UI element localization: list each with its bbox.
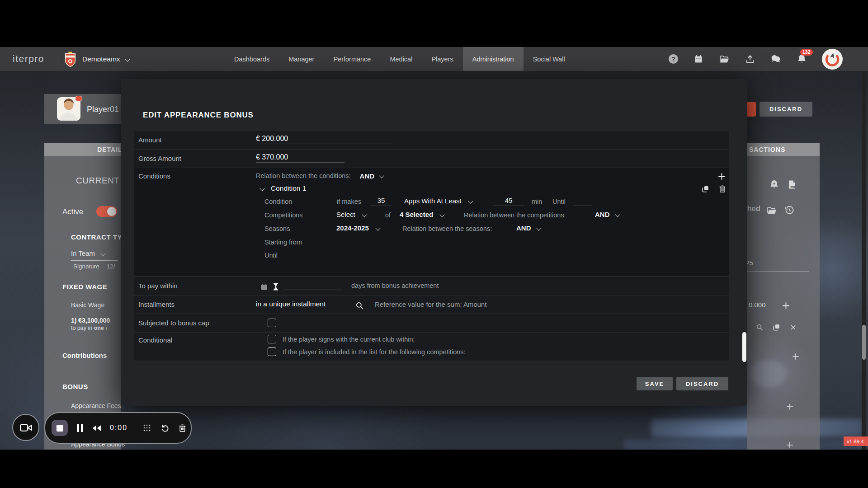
contributions-title: Contributions [62, 352, 107, 359]
installments-search-icon[interactable] [354, 300, 365, 311]
until-input[interactable] [336, 251, 394, 260]
add-bonus-fees-icon[interactable] [784, 401, 795, 412]
drag-handle-icon[interactable] [142, 422, 152, 433]
value-amount: 0.000 [749, 301, 766, 309]
close-x-icon[interactable] [788, 322, 798, 333]
history-icon[interactable] [784, 205, 795, 216]
gross-amount-input[interactable]: € 370.000 [256, 153, 344, 163]
discard-recording-button[interactable] [177, 422, 188, 433]
contract-type-select[interactable]: In Team [71, 249, 105, 257]
seasons-label: Seasons [264, 225, 290, 232]
page-scrollbar-track[interactable] [862, 71, 866, 450]
until-row: Until [134, 250, 729, 263]
upload-icon[interactable] [745, 54, 755, 65]
topbar: iterpro Demoteamx Dashboards Manager Per… [0, 47, 868, 71]
nav-dashboards[interactable]: Dashboards [225, 47, 279, 71]
folder-icon[interactable] [719, 54, 730, 65]
alert-add-icon[interactable] [769, 179, 779, 190]
nav-social-wall[interactable]: Social Wall [524, 47, 575, 71]
add-appearance-bonus-icon[interactable] [784, 440, 795, 450]
competitions-select-chevron-icon [362, 212, 367, 217]
bonus-item-appearance-fees[interactable]: Appearance Fees [71, 402, 121, 409]
bonus-title: BONUS [62, 383, 88, 390]
amount-value: € 200.000 [256, 135, 288, 142]
right-panel-icons-attached [766, 205, 795, 216]
if-makes-label: if makes [337, 198, 361, 205]
user-avatar[interactable] [822, 49, 843, 70]
help-icon[interactable]: ? [669, 54, 678, 64]
hourglass-icon[interactable] [270, 281, 281, 292]
brand-logo[interactable]: iterpro [13, 53, 44, 64]
active-label: Active [62, 207, 83, 216]
nav-players[interactable]: Players [422, 47, 462, 71]
condition-row: Condition if makes 35 Apps With At Least… [134, 196, 729, 209]
modal-discard-button[interactable]: DISCARD [676, 377, 728, 390]
installments-value[interactable]: in a unique installment [256, 300, 326, 308]
until-inline-input[interactable] [573, 197, 592, 206]
messages-icon[interactable] [770, 54, 781, 65]
pay-calendar-icon[interactable] [259, 282, 269, 292]
competitions-select[interactable]: Select [336, 211, 366, 218]
modal-title: EDIT APPEARANCE BONUS [143, 111, 254, 120]
team-selector[interactable]: Demoteamx [82, 47, 129, 71]
stop-icon [57, 425, 63, 432]
bonus-cap-checkbox[interactable] [268, 319, 276, 327]
add-condition-icon[interactable] [716, 171, 727, 182]
modal-scrollbar-thumb[interactable] [742, 332, 746, 362]
copy-icon[interactable] [771, 322, 782, 333]
rewind-button[interactable] [91, 422, 102, 433]
player-club-badge [75, 96, 82, 101]
restart-button[interactable] [159, 422, 170, 433]
installments-label: Installments [138, 300, 175, 308]
pause-button[interactable] [77, 424, 83, 432]
nav-performance[interactable]: Performance [324, 47, 380, 71]
stop-button[interactable] [52, 420, 68, 436]
pdf-file-icon[interactable]: PDF [787, 179, 797, 190]
relation-conditions-select[interactable]: AND [360, 172, 375, 180]
of-label: of [385, 211, 391, 219]
details-tab[interactable]: DETAILS [44, 143, 121, 156]
relation-conditions-chevron-icon [379, 173, 384, 178]
add-wage-icon[interactable] [780, 300, 791, 311]
conditional-signs-checkbox[interactable] [268, 335, 276, 343]
days-input[interactable] [283, 281, 342, 290]
modal-save-button[interactable]: SAVE [637, 377, 673, 390]
installments-reference: Reference value for the sum: Amount [375, 300, 487, 308]
amount-input[interactable]: € 200.000 [256, 135, 392, 144]
metric-select[interactable]: Apps With At Least [404, 197, 472, 205]
screen: Player01 DISCARD DETAILS CURRENT STA Act… [0, 0, 868, 488]
starting-from-input[interactable] [336, 238, 394, 247]
right-panel-header: SACTIONS [747, 143, 820, 156]
relation-seasons-select[interactable]: AND [516, 224, 541, 232]
top-black-strip [0, 0, 868, 47]
page-scrollbar-thumb[interactable] [862, 325, 866, 360]
notifications-bell-icon[interactable]: 132 [796, 54, 807, 65]
chevron-down-icon [100, 251, 105, 256]
active-toggle[interactable] [96, 206, 117, 217]
relation-competitions-select[interactable]: AND [595, 211, 619, 218]
recorder-camera-button[interactable] [12, 414, 39, 441]
condition-1-expand-chevron-icon [259, 186, 264, 191]
wage-line2: to pay in one i [71, 325, 121, 331]
seasons-select[interactable]: 2024-2025 [336, 224, 380, 232]
nav-administration[interactable]: Administration [463, 47, 524, 71]
conditional-list-checkbox[interactable] [268, 347, 276, 356]
min-count-input[interactable]: 45 [493, 197, 524, 206]
apps-count-input[interactable]: 35 [370, 197, 392, 206]
competitions-select-value: Select [336, 211, 355, 218]
bg-discard-button[interactable]: DISCARD [760, 102, 812, 117]
folder-open-icon[interactable] [766, 205, 777, 216]
condition-1-header[interactable]: Condition 1 [260, 183, 306, 194]
iterpro-logo-icon [825, 52, 840, 66]
until-label: Until [264, 252, 278, 259]
nav-medical[interactable]: Medical [380, 47, 422, 71]
add-contribution-icon[interactable] [790, 351, 801, 362]
nav-manager[interactable]: Manager [279, 47, 324, 71]
delete-condition-icon[interactable] [717, 183, 728, 194]
search-icon[interactable] [754, 322, 765, 333]
duplicate-condition-icon[interactable] [700, 183, 711, 194]
calendar-icon[interactable] [693, 54, 704, 65]
to-pay-within-label: To pay within [138, 282, 178, 290]
competitions-selected[interactable]: 4 Selected [400, 211, 444, 218]
relation-competitions-chevron-icon [615, 212, 620, 217]
